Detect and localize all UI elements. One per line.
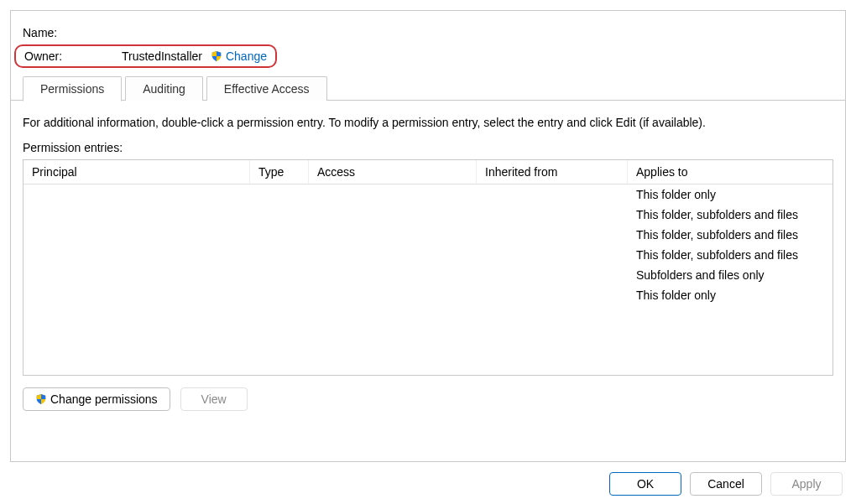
cell: This folder, subfolders and files	[628, 208, 833, 221]
owner-change-link[interactable]: Change	[226, 49, 267, 63]
dialog-button-bar: OK Cancel Apply	[609, 472, 843, 496]
owner-value: TrustedInstaller	[122, 49, 202, 63]
cell: This folder only	[628, 188, 833, 201]
shield-icon	[35, 393, 47, 405]
view-button[interactable]: View	[180, 387, 248, 411]
cell: This folder only	[628, 288, 833, 302]
col-inherited[interactable]: Inherited from	[477, 160, 628, 184]
tab-effective-access[interactable]: Effective Access	[206, 76, 327, 101]
cancel-button[interactable]: Cancel	[690, 472, 762, 496]
table-row[interactable]: This folder only	[23, 285, 833, 305]
shield-icon	[211, 50, 222, 62]
cell: This folder, subfolders and files	[628, 248, 833, 262]
owner-label: Owner:	[24, 49, 122, 63]
change-permissions-label: Change permissions	[50, 392, 158, 406]
cell: This folder, subfolders and files	[628, 228, 833, 242]
name-row: Name:	[23, 21, 833, 44]
cell: Subfolders and files only	[628, 268, 833, 282]
tab-permissions[interactable]: Permissions	[23, 76, 122, 101]
name-label: Name:	[23, 26, 115, 39]
apply-button[interactable]: Apply	[770, 472, 843, 496]
grid-body: This folder onlyThis folder, subfolders …	[23, 184, 833, 305]
permissions-grid[interactable]: Principal Type Access Inherited from App…	[23, 159, 833, 376]
table-row[interactable]: This folder, subfolders and files	[23, 205, 833, 225]
col-access[interactable]: Access	[309, 160, 477, 184]
change-permissions-button[interactable]: Change permissions	[23, 387, 170, 411]
tab-bar: Permissions Auditing Effective Access	[23, 76, 833, 101]
instructions-text: For additional information, double-click…	[23, 116, 833, 129]
table-row[interactable]: This folder, subfolders and files	[23, 245, 833, 265]
owner-row: Owner: TrustedInstaller Change	[23, 44, 833, 68]
grid-header: Principal Type Access Inherited from App…	[23, 160, 833, 184]
owner-highlight: Owner: TrustedInstaller Change	[14, 44, 277, 68]
entries-label: Permission entries:	[23, 141, 833, 154]
table-row[interactable]: This folder only	[23, 184, 833, 205]
below-grid-buttons: Change permissions View	[23, 387, 833, 411]
col-principal[interactable]: Principal	[23, 160, 250, 184]
tab-auditing[interactable]: Auditing	[125, 76, 203, 101]
col-applies[interactable]: Applies to	[628, 160, 833, 184]
table-row[interactable]: Subfolders and files only	[23, 265, 833, 285]
table-row[interactable]: This folder, subfolders and files	[23, 225, 833, 245]
security-panel: Name: Owner: TrustedInstaller Change Per…	[10, 10, 846, 462]
col-type[interactable]: Type	[250, 160, 309, 184]
ok-button[interactable]: OK	[609, 472, 681, 496]
